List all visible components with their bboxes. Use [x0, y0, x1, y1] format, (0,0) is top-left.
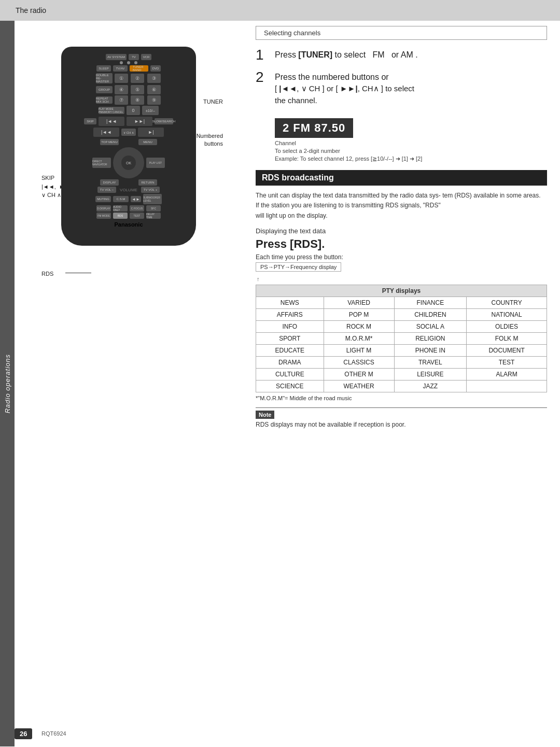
test-btn[interactable]: TEST	[130, 213, 144, 219]
table-cell: FINANCE	[394, 297, 467, 308]
left-panel: TUNER Numberedbuttons SKIP|◄◄, ►►|∨ CH ∧…	[15, 21, 243, 747]
tv-vol-plus-btn[interactable]: TV VOL +	[141, 187, 160, 193]
rds-desc3: If the station you are listening to is t…	[256, 202, 441, 209]
table-cell: EDUCATE	[256, 344, 324, 356]
group-btn[interactable]: GROUP	[96, 86, 113, 93]
note-box: Note RDS displays may not be available i…	[256, 407, 547, 428]
vol-row: TV VOL − VOLUME TV VOL +	[71, 187, 187, 193]
channel-label: Channel	[275, 140, 547, 146]
step1-content: Press [TUNER] to select FM or AM .	[275, 50, 418, 59]
av-system-btn[interactable]: AV SYSTEM	[106, 54, 127, 60]
tuner-label: TUNER	[203, 98, 223, 105]
numbered-label: Numberedbuttons	[197, 132, 223, 148]
dvd-btn[interactable]: DVD	[150, 65, 161, 72]
table-cell: ROCK M	[324, 320, 394, 332]
tuner-band-btn[interactable]: TUNER BAND	[130, 65, 148, 72]
btn-0[interactable]: 0	[127, 106, 140, 115]
menu-row: TOP MENU MENU	[71, 139, 187, 145]
table-cell: WEATHER	[324, 380, 394, 392]
ch-next-btn[interactable]: ►|	[138, 128, 164, 137]
table-row: DRAMACLASSICSTRAVELTEST	[256, 356, 547, 368]
table-cell: CULTURE	[256, 368, 324, 380]
indicator-row	[71, 61, 187, 64]
table-row: SPORTM.O.R.M*RELIGIONFOLK M	[256, 332, 547, 344]
sleep-btn[interactable]: SLEEP	[96, 65, 111, 72]
skip-btn-remote[interactable]: SKIP	[84, 118, 96, 124]
top-menu-btn[interactable]: TOP MENU	[100, 139, 119, 145]
vcH-label: ∨ CH ∧	[121, 129, 136, 136]
ch-prev-btn[interactable]: |◄◄	[93, 128, 119, 137]
btn-10[interactable]: ±10/--	[142, 106, 159, 115]
step2-text: Press the numbered buttons or [ |◄◄, ∨ C…	[275, 70, 414, 106]
dts-btn[interactable]: ◄►	[131, 196, 141, 202]
display2-btn[interactable]: D.DISPLAY	[96, 205, 111, 212]
menu-btn[interactable]: MENU	[138, 139, 157, 145]
btn-6[interactable]: ⑥	[147, 85, 161, 94]
vcr-btn[interactable]: VCR	[141, 54, 151, 60]
rds-desc4: will light up on the display.	[256, 212, 328, 219]
sidebar-label: Radio operations	[0, 21, 15, 746]
table-row: CULTUREOTHER MLEISUREALARM	[256, 368, 547, 380]
return-btn[interactable]: RETURN	[138, 179, 157, 186]
btn-5[interactable]: ⑤	[131, 85, 144, 94]
table-cell: JAZZ	[394, 380, 467, 392]
tv-vol-minus-btn[interactable]: TV VOL −	[97, 187, 116, 193]
sfc-btn[interactable]: SFC	[146, 205, 161, 212]
btn-9[interactable]: ⑨	[147, 95, 161, 105]
tv-btn[interactable]: TV	[129, 54, 139, 60]
sidebar-text: Radio operations	[4, 354, 11, 413]
double-remaster-btn[interactable]: DOUBLE RE-MASTER	[96, 73, 113, 83]
c-focus-btn[interactable]: C.FOCUS	[130, 205, 144, 212]
table-row: AFFAIRSPOP MCHILDRENNATIONAL	[256, 308, 547, 320]
btn-4[interactable]: ④	[115, 85, 128, 94]
muting-btn[interactable]: MUTING	[95, 196, 111, 202]
repeat-row: REPEAT MIX 3CH ⑦ ⑧ ⑨	[71, 95, 187, 105]
displaying-heading: Displaying the text data	[256, 227, 547, 235]
nav-ring[interactable]: OK	[113, 147, 144, 178]
fm-mode-btn[interactable]: FM MODE	[96, 213, 111, 219]
table-cell: INFO	[256, 320, 324, 332]
rds-arrow-line	[65, 273, 91, 273]
bottom-row1: D.DISPLAY AUDIO ONLY C.FOCUS SFC	[71, 205, 187, 212]
nav-row: DIRECT NAVIGATOR OK PLAY LIST	[71, 147, 187, 178]
nav-center[interactable]: OK	[121, 156, 136, 170]
subwoofer-btn[interactable]: SUBWOOFER LEVEL	[143, 194, 162, 204]
repeat-btn[interactable]: REPEAT MIX 3CH	[96, 96, 113, 104]
rds-label: RDS	[41, 271, 53, 277]
rds-remote-btn[interactable]: RDS	[113, 213, 128, 219]
ps-arrow-box: PS→PTY→Frequency display	[256, 262, 341, 272]
numbered-text: Numberedbuttons	[197, 133, 223, 147]
each-time-text: Each time you press the button:	[256, 253, 547, 261]
arrow-indicator: ↑	[257, 276, 547, 282]
slow-search-btn[interactable]: SLOW/SEARCH	[155, 118, 173, 124]
volume-label: VOLUME	[118, 188, 139, 192]
btn-7[interactable]: ⑦	[115, 95, 128, 105]
btn-2[interactable]: ②	[131, 74, 144, 83]
table-row: SCIENCEWEATHERJAZZ	[256, 380, 547, 392]
remote-body: AV SYSTEM TV VCR SLEEP TV/AV TUNER BAND …	[61, 47, 196, 246]
play-list-btn[interactable]: PLAY LIST	[146, 158, 165, 168]
btn-3[interactable]: ③	[147, 74, 161, 83]
channel-note2: Example: To select channel 12, press [≧1…	[275, 156, 547, 162]
table-row: EDUCATELIGHT MPHONE INDOCUMENT	[256, 344, 547, 356]
rds-broadcasting-header: RDS broadcasting	[256, 170, 547, 186]
tvav-btn[interactable]: TV/AV	[113, 65, 128, 72]
audio-only-btn[interactable]: AUDIO ONLY	[113, 205, 128, 212]
btn-1[interactable]: ①	[115, 74, 128, 83]
table-cell: AFFAIRS	[256, 308, 324, 320]
double-row: DOUBLE RE-MASTER ① ② ③	[71, 73, 187, 83]
play-memory-cancel-btn[interactable]: PLAY MODE PMEMORY CANCEL	[99, 107, 124, 114]
csm-btn[interactable]: C.S.M	[113, 196, 129, 202]
btn-8[interactable]: ⑧	[131, 95, 144, 105]
page-number: 26	[15, 728, 32, 739]
delay-time-btn[interactable]: DELAY TIME	[146, 213, 161, 219]
direct-nav-btn[interactable]: DIRECT NAVIGATOR	[92, 158, 111, 168]
table-cell: SOCIAL A	[394, 320, 467, 332]
display-btn[interactable]: DISPLAY	[100, 179, 119, 186]
next-btn[interactable]: ►►|	[127, 117, 152, 126]
ch-row: |◄◄ ∨ CH ∧ ►|	[71, 128, 187, 137]
table-cell: CLASSICS	[324, 356, 394, 368]
table-cell: FOLK M	[467, 332, 547, 344]
step2: 2 Press the numbered buttons or [ |◄◄, ∨…	[256, 70, 547, 106]
prev-btn[interactable]: |◄◄	[99, 117, 124, 126]
